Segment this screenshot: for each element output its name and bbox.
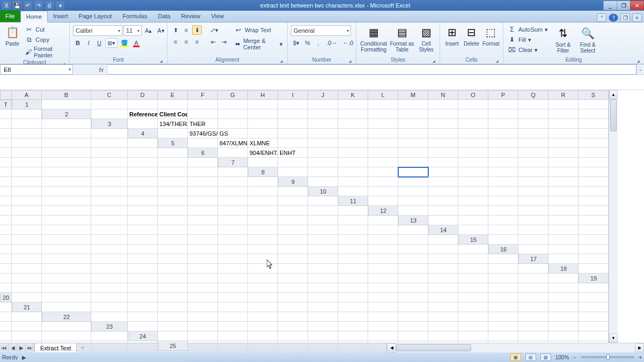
cell[interactable] <box>579 245 609 254</box>
scroll-right-button[interactable]: ▶ <box>635 343 644 352</box>
cell[interactable]: 904/ENHT/74 <box>248 148 278 158</box>
cell[interactable] <box>518 235 548 245</box>
cell[interactable] <box>548 293 579 302</box>
cell[interactable] <box>218 177 248 187</box>
row-header[interactable]: 6 <box>188 148 218 158</box>
cell[interactable] <box>488 187 518 196</box>
column-header[interactable]: E <box>158 90 188 100</box>
cell[interactable] <box>12 312 42 322</box>
cell[interactable] <box>188 293 218 302</box>
cell[interactable] <box>518 331 548 341</box>
cell[interactable] <box>368 331 398 341</box>
cell[interactable] <box>12 293 42 302</box>
cell[interactable] <box>42 235 91 245</box>
column-header[interactable]: M <box>398 90 428 100</box>
cell[interactable] <box>458 196 488 206</box>
cell[interactable] <box>0 235 12 245</box>
cell[interactable] <box>398 187 428 196</box>
cell[interactable] <box>42 322 91 331</box>
cell[interactable] <box>368 109 398 119</box>
row-header[interactable]: 9 <box>278 177 308 187</box>
tab-review[interactable]: Review <box>175 10 206 22</box>
cell[interactable] <box>428 293 458 302</box>
scroll-thumb[interactable] <box>610 99 617 131</box>
cell[interactable] <box>0 167 12 177</box>
cell[interactable] <box>398 283 428 293</box>
cell[interactable] <box>428 312 458 322</box>
cell[interactable] <box>0 322 12 331</box>
column-header[interactable]: P <box>488 90 518 100</box>
cell[interactable] <box>488 167 518 177</box>
cell[interactable] <box>579 129 609 138</box>
cell[interactable] <box>308 129 338 138</box>
cell[interactable] <box>128 167 158 177</box>
cell[interactable] <box>128 100 158 109</box>
cell[interactable] <box>42 351 91 360</box>
cell[interactable] <box>188 254 218 264</box>
delete-cells-button[interactable]: ⊟Delete <box>463 24 480 47</box>
cell[interactable] <box>548 109 579 119</box>
grow-font-button[interactable]: A▴ <box>143 26 154 35</box>
cell[interactable] <box>248 274 278 283</box>
cell[interactable] <box>338 283 368 293</box>
cell[interactable] <box>428 283 458 293</box>
cell[interactable] <box>0 274 12 283</box>
cell[interactable] <box>158 167 188 177</box>
cell[interactable] <box>368 302 398 312</box>
cell[interactable] <box>128 254 158 264</box>
cell[interactable] <box>398 254 428 264</box>
cell[interactable] <box>458 129 488 138</box>
cell[interactable] <box>428 245 458 254</box>
cell[interactable] <box>91 225 128 235</box>
cell[interactable] <box>368 119 398 129</box>
cell[interactable] <box>158 312 188 322</box>
cell[interactable] <box>518 138 548 148</box>
cell[interactable] <box>128 187 158 196</box>
cell[interactable] <box>0 283 12 293</box>
cell[interactable] <box>248 100 278 109</box>
cell[interactable] <box>518 283 548 293</box>
decrease-decimal-button[interactable]: ←.0 <box>340 38 355 48</box>
cell[interactable] <box>188 312 218 322</box>
cell[interactable] <box>368 196 398 206</box>
cell[interactable] <box>398 109 428 119</box>
cell[interactable] <box>338 148 368 158</box>
row-header[interactable]: 25 <box>158 341 188 351</box>
cell[interactable] <box>368 225 398 235</box>
cell[interactable] <box>158 245 188 254</box>
cell[interactable] <box>12 148 42 158</box>
workbook-restore-button[interactable]: ❐ <box>620 13 630 22</box>
cell[interactable] <box>398 129 428 138</box>
cell[interactable] <box>368 129 398 138</box>
cell[interactable] <box>91 177 128 187</box>
cell[interactable] <box>579 100 609 109</box>
cell[interactable] <box>548 187 579 196</box>
cell[interactable] <box>548 100 579 109</box>
row-header[interactable]: 12 <box>368 206 398 216</box>
cell[interactable] <box>548 274 579 283</box>
cell[interactable] <box>579 167 609 177</box>
cell[interactable] <box>158 187 188 196</box>
cell[interactable] <box>308 331 338 341</box>
cell[interactable] <box>458 302 488 312</box>
cell[interactable] <box>12 129 42 138</box>
cell[interactable] <box>368 177 398 187</box>
cell[interactable] <box>428 322 458 331</box>
cell[interactable] <box>368 254 398 264</box>
cell[interactable] <box>128 235 158 245</box>
cell[interactable] <box>428 109 458 119</box>
cell[interactable] <box>488 254 518 264</box>
cell[interactable] <box>548 196 579 206</box>
cell[interactable] <box>458 245 488 254</box>
cell[interactable] <box>42 187 91 196</box>
cell[interactable] <box>518 187 548 196</box>
hscroll-thumb[interactable] <box>396 344 471 351</box>
number-format-combo[interactable]: General <box>291 25 351 36</box>
cell[interactable] <box>488 283 518 293</box>
row-header[interactable]: 13 <box>398 216 428 225</box>
cell[interactable] <box>0 196 12 206</box>
cell[interactable] <box>548 206 579 216</box>
cell[interactable] <box>158 196 188 206</box>
cell[interactable] <box>91 167 128 177</box>
view-page-break-button[interactable]: ▧ <box>540 353 551 361</box>
